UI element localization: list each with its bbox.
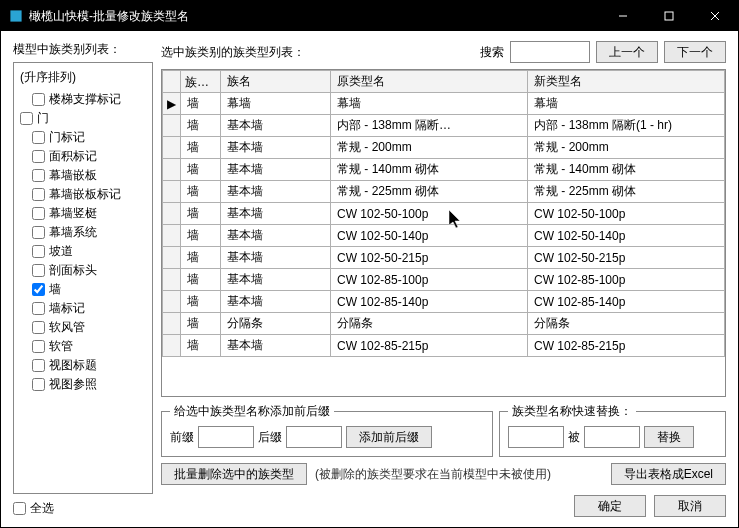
row-header-cell[interactable]: ▶ (163, 93, 181, 115)
cell-orig[interactable]: 常规 - 200mm (331, 137, 528, 159)
cell-new[interactable]: CW 102-50-140p (528, 225, 725, 247)
table-row[interactable]: 墙基本墙CW 102-85-140pCW 102-85-140p (163, 291, 725, 313)
col-original-type[interactable]: 原类型名 (331, 71, 528, 93)
table-row[interactable]: 墙基本墙常规 - 225mm 砌体常规 - 225mm 砌体 (163, 181, 725, 203)
cell-cat[interactable]: 墙 (181, 203, 221, 225)
replace-from-input[interactable] (508, 426, 564, 448)
category-checkbox[interactable] (32, 302, 45, 315)
row-header-cell[interactable] (163, 159, 181, 181)
cell-cat[interactable]: 墙 (181, 181, 221, 203)
category-checkbox[interactable] (32, 169, 45, 182)
cell-cat[interactable]: 墙 (181, 335, 221, 357)
category-checkbox[interactable] (32, 207, 45, 220)
cell-cat[interactable]: 墙 (181, 93, 221, 115)
category-checkbox[interactable] (32, 340, 45, 353)
table-row[interactable]: 墙基本墙CW 102-85-100pCW 102-85-100p (163, 269, 725, 291)
cell-name[interactable]: 基本墙 (221, 159, 331, 181)
cell-orig[interactable]: 常规 - 225mm 砌体 (331, 181, 528, 203)
select-all-checkbox[interactable] (13, 502, 26, 515)
category-checkbox[interactable] (32, 264, 45, 277)
row-header-cell[interactable] (163, 313, 181, 335)
cell-new[interactable]: CW 102-50-100p (528, 203, 725, 225)
cell-name[interactable]: 分隔条 (221, 313, 331, 335)
cell-name[interactable]: 基本墙 (221, 269, 331, 291)
category-item[interactable]: 剖面标头 (16, 261, 150, 280)
table-row[interactable]: 墙基本墙常规 - 200mm常规 - 200mm (163, 137, 725, 159)
cell-orig[interactable]: CW 102-50-100p (331, 203, 528, 225)
table-row[interactable]: 墙分隔条分隔条分隔条 (163, 313, 725, 335)
category-item[interactable]: 面积标记 (16, 147, 150, 166)
category-item[interactable]: 软管 (16, 337, 150, 356)
cell-new[interactable]: 分隔条 (528, 313, 725, 335)
row-header-cell[interactable] (163, 269, 181, 291)
row-header-cell[interactable] (163, 181, 181, 203)
suffix-input[interactable] (286, 426, 342, 448)
cell-new[interactable]: 幕墙 (528, 93, 725, 115)
cell-cat[interactable]: 墙 (181, 269, 221, 291)
cell-name[interactable]: 基本墙 (221, 335, 331, 357)
category-item[interactable]: 坡道 (16, 242, 150, 261)
cell-cat[interactable]: 墙 (181, 137, 221, 159)
type-grid[interactable]: 族类别 族名 原类型名 新类型名 ▶墙幕墙幕墙幕墙墙基本墙内部 - 138mm … (161, 69, 726, 397)
row-header-cell[interactable] (163, 137, 181, 159)
col-category[interactable]: 族类别 (181, 71, 221, 93)
table-row[interactable]: ▶墙幕墙幕墙幕墙 (163, 93, 725, 115)
search-input[interactable] (510, 41, 590, 63)
category-checkbox[interactable] (32, 378, 45, 391)
cell-new[interactable]: 常规 - 140mm 砌体 (528, 159, 725, 181)
table-row[interactable]: 墙基本墙常规 - 140mm 砌体常规 - 140mm 砌体 (163, 159, 725, 181)
cell-new[interactable]: CW 102-85-215p (528, 335, 725, 357)
category-item[interactable]: 幕墙系统 (16, 223, 150, 242)
col-family-name[interactable]: 族名 (221, 71, 331, 93)
category-item[interactable]: 门标记 (16, 128, 150, 147)
batch-delete-button[interactable]: 批量删除选中的族类型 (161, 463, 307, 485)
cell-orig[interactable]: 常规 - 140mm 砌体 (331, 159, 528, 181)
category-listbox[interactable]: (升序排列) 楼梯支撑标记门门标记面积标记幕墙嵌板幕墙嵌板标记幕墙竖梃幕墙系统坡… (13, 62, 153, 494)
table-row[interactable]: 墙基本墙内部 - 138mm 隔断…内部 - 138mm 隔断(1 - hr) (163, 115, 725, 137)
cell-name[interactable]: 基本墙 (221, 137, 331, 159)
category-checkbox[interactable] (32, 321, 45, 334)
cell-orig[interactable]: CW 102-85-140p (331, 291, 528, 313)
export-excel-button[interactable]: 导出表格成Excel (611, 463, 726, 485)
cell-cat[interactable]: 墙 (181, 247, 221, 269)
col-new-type[interactable]: 新类型名 (528, 71, 725, 93)
category-checkbox[interactable] (32, 93, 45, 106)
cell-name[interactable]: 基本墙 (221, 291, 331, 313)
category-checkbox[interactable] (32, 188, 45, 201)
select-all-row[interactable]: 全选 (13, 500, 153, 517)
cell-orig[interactable]: CW 102-85-100p (331, 269, 528, 291)
cell-name[interactable]: 基本墙 (221, 225, 331, 247)
category-item[interactable]: 幕墙嵌板 (16, 166, 150, 185)
minimize-button[interactable] (600, 1, 646, 31)
row-header-cell[interactable] (163, 335, 181, 357)
cell-orig[interactable]: CW 102-50-215p (331, 247, 528, 269)
category-checkbox[interactable] (32, 226, 45, 239)
category-item[interactable]: 软风管 (16, 318, 150, 337)
category-checkbox[interactable] (32, 150, 45, 163)
cell-orig[interactable]: 幕墙 (331, 93, 528, 115)
cell-name[interactable]: 幕墙 (221, 93, 331, 115)
cancel-button[interactable]: 取消 (654, 495, 726, 517)
cell-orig[interactable]: CW 102-50-140p (331, 225, 528, 247)
maximize-button[interactable] (646, 1, 692, 31)
category-checkbox[interactable] (32, 359, 45, 372)
category-checkbox[interactable] (32, 131, 45, 144)
cell-cat[interactable]: 墙 (181, 291, 221, 313)
type-table[interactable]: 族类别 族名 原类型名 新类型名 ▶墙幕墙幕墙幕墙墙基本墙内部 - 138mm … (162, 70, 725, 357)
category-item[interactable]: 幕墙嵌板标记 (16, 185, 150, 204)
prev-button[interactable]: 上一个 (596, 41, 658, 63)
cell-cat[interactable]: 墙 (181, 225, 221, 247)
cell-name[interactable]: 基本墙 (221, 181, 331, 203)
category-item[interactable]: 视图参照 (16, 375, 150, 394)
cell-orig[interactable]: 内部 - 138mm 隔断… (331, 115, 528, 137)
cell-orig[interactable]: 分隔条 (331, 313, 528, 335)
cell-new[interactable]: 常规 - 225mm 砌体 (528, 181, 725, 203)
cell-name[interactable]: 基本墙 (221, 247, 331, 269)
apply-replace-button[interactable]: 替换 (644, 426, 694, 448)
cell-new[interactable]: 常规 - 200mm (528, 137, 725, 159)
cell-cat[interactable]: 墙 (181, 159, 221, 181)
cell-name[interactable]: 基本墙 (221, 203, 331, 225)
category-item[interactable]: 墙标记 (16, 299, 150, 318)
row-header-cell[interactable] (163, 203, 181, 225)
category-checkbox[interactable] (20, 112, 33, 125)
